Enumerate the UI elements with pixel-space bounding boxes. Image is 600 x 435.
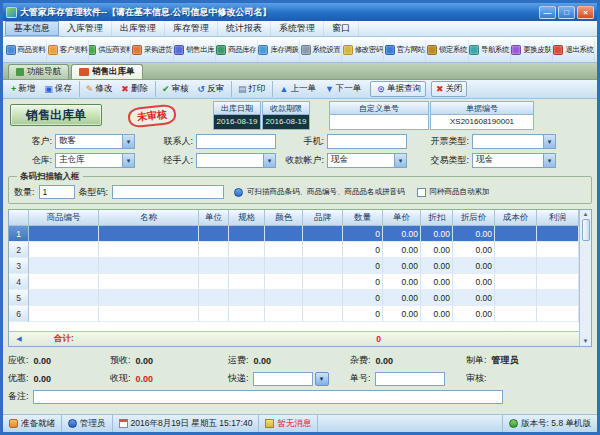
cell-cost[interactable]	[495, 306, 537, 322]
cell-unit[interactable]	[199, 242, 229, 258]
menu-item[interactable]: 基本信息	[5, 21, 59, 36]
cell-spec[interactable]	[229, 258, 265, 274]
toolbar-item[interactable]: 系统设置	[300, 39, 342, 61]
menu-item[interactable]: 系统管理	[271, 21, 324, 36]
payment-due-field[interactable]: 2016-08-19	[262, 115, 310, 130]
cell-qty[interactable]: 0	[343, 290, 383, 306]
cell-cost[interactable]	[495, 290, 537, 306]
barcode-input[interactable]	[112, 185, 224, 199]
hscroll-left-arrow-icon[interactable]: ◀	[9, 332, 29, 346]
col-color[interactable]: 颜色	[265, 210, 303, 226]
col-profit[interactable]: 利润	[537, 210, 579, 226]
cell-brand[interactable]	[303, 306, 343, 322]
cell-price[interactable]: 0.00	[383, 290, 421, 306]
vertical-scrollbar[interactable]: ▲ ▼	[579, 210, 591, 346]
action-button[interactable]: ✖ 删除	[117, 81, 152, 97]
cell-discounted-price[interactable]: 0.00	[453, 274, 495, 290]
menu-item[interactable]: 出库管理	[112, 21, 165, 36]
menu-item[interactable]: 库存管理	[165, 21, 218, 36]
col-brand[interactable]: 品牌	[303, 210, 343, 226]
cell-discount[interactable]: 0.00	[421, 258, 453, 274]
cell-profit[interactable]	[537, 258, 579, 274]
col-qty[interactable]: 数量	[343, 210, 383, 226]
cell-discounted-price[interactable]: 0.00	[453, 258, 495, 274]
contact-input[interactable]	[196, 134, 276, 149]
chevron-down-icon[interactable]: ▾	[543, 135, 555, 148]
cell-qty[interactable]: 0	[343, 258, 383, 274]
chevron-down-icon[interactable]: ▾	[263, 154, 275, 167]
cell-spec[interactable]	[229, 242, 265, 258]
cell-product-code[interactable]	[29, 290, 99, 306]
table-row[interactable]: 4 0 0.00 0.00 0.00	[9, 274, 579, 290]
cell-profit[interactable]	[537, 242, 579, 258]
cell-discounted-price[interactable]: 0.00	[453, 306, 495, 322]
cell-name[interactable]	[99, 274, 199, 290]
customer-select[interactable]: 散客 ▾	[55, 134, 135, 149]
toolbar-item[interactable]: 锁定系统	[426, 39, 468, 61]
cell-unit[interactable]	[199, 290, 229, 306]
cell-product-code[interactable]	[29, 258, 99, 274]
cell-name[interactable]	[99, 290, 199, 306]
cell-unit[interactable]	[199, 306, 229, 322]
cell-discount[interactable]: 0.00	[421, 306, 453, 322]
cell-color[interactable]	[265, 242, 303, 258]
chevron-down-icon[interactable]: ▾	[543, 154, 555, 167]
cell-spec[interactable]	[229, 226, 265, 242]
phone-input[interactable]	[327, 134, 407, 149]
action-button[interactable]: ▣ 保存	[40, 81, 76, 97]
action-button[interactable]: ▤ 打印	[231, 81, 270, 97]
col-unit[interactable]: 单位	[199, 210, 229, 226]
cell-color[interactable]	[265, 290, 303, 306]
menu-item[interactable]: 入库管理	[59, 21, 112, 36]
cell-discount[interactable]: 0.00	[421, 226, 453, 242]
table-row[interactable]: 3 0 0.00 0.00 0.00	[9, 258, 579, 274]
cell-name[interactable]	[99, 242, 199, 258]
cell-brand[interactable]	[303, 274, 343, 290]
col-spec[interactable]: 规格	[229, 210, 265, 226]
express-input[interactable]	[253, 372, 313, 386]
cell-unit[interactable]	[199, 274, 229, 290]
document-number-field[interactable]: XS201608190001	[430, 115, 534, 130]
cell-discount[interactable]: 0.00	[421, 274, 453, 290]
toolbar-item[interactable]: 供应商资料	[89, 39, 131, 61]
col-discount[interactable]: 折扣	[421, 210, 453, 226]
tab-sales-outbound[interactable]: 销售出库单	[71, 64, 143, 79]
cell-color[interactable]	[265, 226, 303, 242]
table-row[interactable]: 1 0 0.00 0.00 0.00	[9, 226, 579, 242]
cell-unit[interactable]	[199, 226, 229, 242]
warehouse-select[interactable]: 主仓库 ▾	[55, 153, 135, 168]
cell-discounted-price[interactable]: 0.00	[453, 290, 495, 306]
scrollbar-thumb[interactable]	[582, 219, 590, 241]
cell-cost[interactable]	[495, 242, 537, 258]
minimize-button[interactable]: —	[539, 6, 556, 19]
toolbar-item[interactable]: 商品资料	[5, 39, 47, 61]
cell-profit[interactable]	[537, 290, 579, 306]
cell-color[interactable]	[265, 306, 303, 322]
cell-product-code[interactable]	[29, 242, 99, 258]
col-discounted-price[interactable]: 折后价	[453, 210, 495, 226]
cell-price[interactable]: 0.00	[383, 274, 421, 290]
toolbar-item[interactable]: 采购进货	[131, 39, 173, 61]
menu-item[interactable]: 统计报表	[218, 21, 271, 36]
chevron-down-icon[interactable]: ▾	[122, 135, 134, 148]
action-button[interactable]: ✖ 关闭	[431, 81, 468, 97]
cell-brand[interactable]	[303, 242, 343, 258]
cell-qty[interactable]: 0	[343, 274, 383, 290]
maximize-button[interactable]: □	[558, 6, 575, 19]
cell-profit[interactable]	[537, 226, 579, 242]
cell-product-code[interactable]	[29, 274, 99, 290]
cell-name[interactable]	[99, 258, 199, 274]
action-button[interactable]: ✔ 审核	[155, 81, 193, 97]
custom-number-field[interactable]	[329, 115, 429, 130]
cell-price[interactable]: 0.00	[383, 242, 421, 258]
invoice-type-select[interactable]: ▾	[472, 134, 556, 149]
cell-profit[interactable]	[537, 274, 579, 290]
col-product-code[interactable]: 商品编号	[29, 210, 99, 226]
auto-accumulate-checkbox[interactable]	[417, 188, 426, 197]
remark-input[interactable]	[33, 390, 503, 404]
cell-name[interactable]	[99, 226, 199, 242]
cell-product-code[interactable]	[29, 306, 99, 322]
action-button[interactable]: ▲ 上一单	[272, 81, 319, 97]
outbound-date-field[interactable]: 2016-08-19	[213, 115, 261, 130]
action-button[interactable]: ▼ 下一单	[321, 81, 365, 97]
